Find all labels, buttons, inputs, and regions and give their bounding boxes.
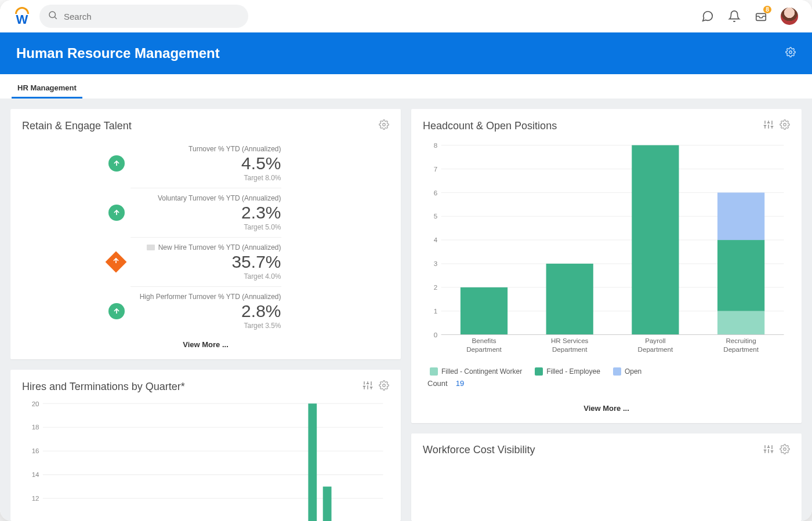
card-headcount: Headcount & Open Positions 012345678Bene… bbox=[411, 109, 802, 423]
svg-point-3 bbox=[789, 51, 792, 54]
svg-rect-64 bbox=[717, 311, 764, 335]
hires-chart-svg: 1214161820 bbox=[22, 400, 389, 521]
svg-text:12: 12 bbox=[32, 494, 39, 502]
inbox-icon[interactable]: 8 bbox=[754, 9, 768, 23]
svg-text:Recruiting: Recruiting bbox=[726, 337, 756, 344]
card-settings-icon[interactable] bbox=[780, 119, 790, 132]
headcount-legend: Filled - Contingent WorkerFilled - Emplo… bbox=[430, 367, 790, 376]
search-input[interactable] bbox=[64, 12, 240, 21]
legend-item[interactable]: Filled - Employee bbox=[535, 367, 600, 376]
kpi-label: Turnover % YTD (Annualized) bbox=[130, 145, 281, 153]
card-title: Hires and Terminations by Quarter* bbox=[22, 381, 185, 393]
svg-rect-25 bbox=[308, 403, 317, 521]
svg-text:2: 2 bbox=[434, 283, 437, 291]
card-settings-icon[interactable] bbox=[379, 380, 389, 393]
tab-bar: HR Management bbox=[0, 74, 812, 99]
svg-text:Benefits: Benefits bbox=[472, 337, 496, 344]
svg-rect-65 bbox=[717, 240, 764, 311]
card-settings-icon[interactable] bbox=[379, 119, 389, 132]
kpi-value: 35.7% bbox=[130, 252, 281, 272]
card-title: Headcount & Open Positions bbox=[423, 120, 557, 132]
svg-line-1 bbox=[55, 17, 56, 19]
legend-swatch bbox=[430, 367, 438, 376]
dashboard-content: Retain & Engage Talent Turnover % YTD (A… bbox=[0, 99, 812, 521]
svg-text:7: 7 bbox=[434, 165, 437, 173]
svg-rect-55 bbox=[461, 287, 507, 335]
chat-icon[interactable] bbox=[701, 9, 715, 23]
page-banner: Human Resource Management bbox=[0, 32, 812, 74]
card-filters-icon[interactable] bbox=[362, 380, 373, 393]
svg-point-79 bbox=[784, 448, 786, 451]
app-logo[interactable]: W bbox=[14, 8, 30, 24]
card-workforce-cost: Workforce Cost Visibility bbox=[411, 433, 802, 521]
headcount-count-row: Count 19 bbox=[427, 379, 790, 388]
card-title: Retain & Engage Talent bbox=[22, 120, 132, 132]
svg-text:14: 14 bbox=[32, 471, 39, 478]
card-hires-terminations: Hires and Terminations by Quarter* 12141… bbox=[10, 370, 401, 521]
svg-text:6: 6 bbox=[434, 189, 437, 196]
svg-text:1: 1 bbox=[434, 307, 437, 315]
kpi-row[interactable]: Voluntary Turnover % YTD (Annualized)2.3… bbox=[130, 188, 281, 237]
count-label: Count bbox=[427, 379, 448, 388]
svg-text:4: 4 bbox=[434, 236, 438, 243]
kpi-target: Target 5.0% bbox=[130, 223, 281, 231]
hires-chart: 1214161820 bbox=[22, 400, 389, 521]
legend-item[interactable]: Open bbox=[613, 367, 641, 376]
kpi-row[interactable]: High Performer Turnover % YTD (Annualize… bbox=[130, 286, 281, 336]
svg-text:Department: Department bbox=[466, 345, 502, 353]
indicator-good-icon bbox=[108, 205, 125, 221]
card-filters-icon[interactable] bbox=[763, 119, 774, 132]
topbar-actions: 8 bbox=[701, 8, 798, 25]
view-more-link[interactable]: View More ... bbox=[22, 336, 389, 349]
search-icon bbox=[48, 10, 58, 23]
kpi-list: Turnover % YTD (Annualized)4.5%Target 8.… bbox=[22, 139, 389, 336]
kpi-label: New Hire Turnover % YTD (Annualized) bbox=[130, 243, 281, 252]
svg-rect-2 bbox=[756, 13, 766, 20]
svg-point-14 bbox=[383, 384, 386, 387]
svg-rect-58 bbox=[546, 264, 593, 335]
legend-item[interactable]: Filled - Contingent Worker bbox=[430, 367, 522, 376]
svg-point-0 bbox=[49, 12, 56, 18]
bell-icon[interactable] bbox=[727, 9, 741, 23]
kpi-target: Target 4.0% bbox=[130, 272, 281, 280]
legend-swatch bbox=[535, 367, 543, 376]
kpi-label: High Performer Turnover % YTD (Annualize… bbox=[130, 293, 281, 301]
kpi-target: Target 8.0% bbox=[130, 174, 281, 182]
svg-text:5: 5 bbox=[434, 212, 437, 220]
svg-text:HR Services: HR Services bbox=[551, 337, 589, 344]
indicator-good-icon bbox=[108, 155, 125, 172]
tab-hr-management[interactable]: HR Management bbox=[12, 78, 82, 99]
legend-swatch bbox=[613, 367, 621, 376]
banner-settings-icon[interactable] bbox=[785, 47, 796, 60]
legend-label: Filled - Contingent Worker bbox=[441, 367, 522, 376]
svg-text:8: 8 bbox=[434, 141, 437, 149]
svg-rect-61 bbox=[632, 145, 679, 335]
kpi-target: Target 3.5% bbox=[130, 322, 281, 330]
avatar[interactable] bbox=[781, 8, 798, 25]
inbox-badge: 8 bbox=[763, 6, 771, 13]
indicator-warning-icon bbox=[108, 254, 124, 269]
svg-point-4 bbox=[383, 123, 386, 126]
kpi-row[interactable]: Turnover % YTD (Annualized)4.5%Target 8.… bbox=[130, 139, 281, 188]
page-title: Human Resource Management bbox=[16, 45, 220, 61]
svg-text:16: 16 bbox=[32, 447, 39, 454]
legend-label: Open bbox=[625, 367, 641, 376]
svg-text:3: 3 bbox=[434, 260, 437, 267]
svg-text:Department: Department bbox=[723, 345, 759, 353]
card-filters-icon[interactable] bbox=[763, 444, 774, 457]
svg-text:0: 0 bbox=[434, 331, 437, 338]
headcount-chart-svg: 012345678BenefitsDepartmentHR ServicesDe… bbox=[423, 139, 790, 359]
svg-point-36 bbox=[784, 123, 786, 126]
card-settings-icon[interactable] bbox=[780, 444, 790, 457]
svg-text:18: 18 bbox=[32, 423, 39, 431]
kpi-row[interactable]: New Hire Turnover % YTD (Annualized)35.7… bbox=[130, 237, 281, 286]
kpi-value: 4.5% bbox=[130, 153, 281, 174]
kpi-label: Voluntary Turnover % YTD (Annualized) bbox=[130, 194, 281, 202]
indicator-good-icon bbox=[108, 303, 125, 319]
svg-text:20: 20 bbox=[32, 400, 39, 407]
svg-rect-26 bbox=[323, 487, 332, 521]
view-more-link[interactable]: View More ... bbox=[423, 399, 790, 413]
svg-rect-66 bbox=[717, 192, 764, 240]
count-value: 19 bbox=[456, 379, 464, 388]
search-box[interactable] bbox=[39, 5, 248, 28]
